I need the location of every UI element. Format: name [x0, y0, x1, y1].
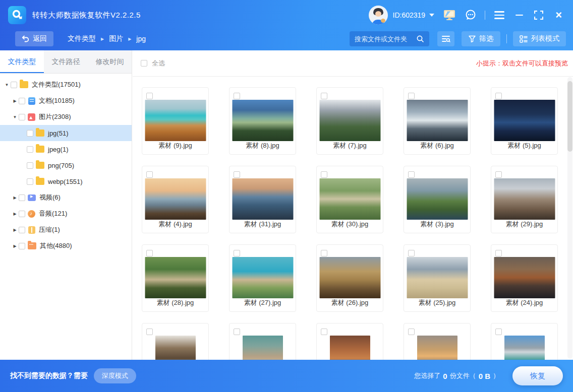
file-thumbnail[interactable] — [243, 336, 283, 360]
file-checkbox[interactable] — [495, 93, 502, 99]
file-thumbnail[interactable] — [417, 336, 457, 360]
tree-checkbox[interactable] — [19, 227, 25, 233]
tree-item[interactable]: webp(1551) — [0, 173, 132, 189]
avatar[interactable] — [369, 6, 388, 25]
close-icon[interactable]: × — [555, 10, 562, 20]
file-thumbnail[interactable] — [319, 100, 380, 141]
file-thumbnail[interactable] — [494, 178, 555, 220]
tree-checkbox[interactable] — [27, 178, 33, 185]
file-card[interactable] — [142, 323, 209, 360]
file-thumbnail[interactable] — [407, 100, 468, 141]
tree-item[interactable]: ▶ 文档(10185) — [0, 93, 132, 109]
file-card[interactable]: 素材 (24).jpg — [491, 244, 558, 312]
file-checkbox[interactable] — [495, 171, 502, 178]
scrollbar-thumb[interactable] — [567, 81, 572, 152]
caret-icon[interactable]: ▼ — [11, 115, 19, 119]
file-thumbnail[interactable] — [145, 257, 206, 298]
file-thumbnail[interactable] — [319, 257, 380, 298]
file-checkbox[interactable] — [408, 93, 415, 99]
tree-checkbox[interactable] — [27, 146, 33, 153]
tree-item[interactable]: jpeg(1) — [0, 141, 132, 157]
file-thumbnail[interactable] — [145, 100, 206, 141]
customer-service-icon[interactable] — [465, 9, 477, 21]
tree-item[interactable]: png(705) — [0, 157, 132, 173]
sidebar-tab[interactable]: 修改时间 — [88, 50, 132, 73]
select-all-checkbox[interactable] — [141, 60, 147, 67]
file-card[interactable]: 素材 (4).jpg — [142, 166, 209, 233]
file-card[interactable]: 素材 (7).jpg — [316, 87, 383, 155]
file-checkbox[interactable] — [234, 329, 240, 335]
search-box[interactable] — [350, 31, 429, 46]
file-thumbnail[interactable] — [407, 257, 468, 298]
menu-icon[interactable] — [494, 11, 504, 19]
tree-checkbox[interactable] — [19, 194, 25, 201]
caret-icon[interactable]: ▶ — [11, 99, 19, 103]
tree-checkbox[interactable] — [19, 98, 25, 104]
caret-icon[interactable]: ▶ — [11, 212, 19, 216]
content-search-button[interactable] — [437, 31, 454, 46]
file-checkbox[interactable] — [321, 250, 327, 256]
caret-icon[interactable]: ▼ — [3, 83, 11, 87]
file-thumbnail[interactable] — [232, 100, 293, 141]
caret-icon[interactable]: ▶ — [11, 244, 19, 248]
deep-mode-button[interactable]: 深度模式 — [94, 368, 136, 383]
breadcrumb-item[interactable]: jpg — [136, 35, 146, 43]
file-card[interactable]: 素材 (3).jpg — [404, 166, 471, 233]
file-thumbnail[interactable] — [319, 178, 380, 220]
tree-item[interactable]: ▶ 其他(4880) — [0, 238, 132, 254]
file-checkbox[interactable] — [408, 171, 415, 178]
tree-checkbox[interactable] — [11, 82, 17, 88]
caret-icon[interactable]: ▶ — [11, 195, 19, 200]
caret-icon[interactable]: ▶ — [11, 228, 19, 232]
file-thumbnail[interactable] — [330, 336, 370, 360]
file-checkbox[interactable] — [146, 250, 153, 256]
tree-checkbox[interactable] — [19, 114, 25, 120]
file-thumbnail[interactable] — [232, 178, 293, 220]
tree-item[interactable]: ▶ 压缩(1) — [0, 222, 132, 238]
file-checkbox[interactable] — [495, 250, 502, 256]
tree-checkbox[interactable] — [27, 130, 33, 137]
file-thumbnail[interactable] — [504, 336, 545, 360]
list-mode-button[interactable]: 列表模式 — [513, 31, 566, 46]
file-thumbnail[interactable] — [407, 178, 468, 220]
file-checkbox[interactable] — [321, 329, 327, 335]
sidebar-tab[interactable]: 文件类型 — [0, 50, 44, 73]
file-thumbnail[interactable] — [494, 100, 555, 141]
minimize-icon[interactable] — [515, 15, 523, 16]
file-thumbnail[interactable] — [494, 257, 555, 298]
sidebar-tab[interactable]: 文件路径 — [44, 50, 88, 73]
file-card[interactable]: 素材 (5).jpg — [491, 87, 558, 155]
scrollbar-track[interactable] — [567, 77, 572, 359]
file-checkbox[interactable] — [408, 250, 415, 256]
file-checkbox[interactable] — [495, 329, 502, 335]
file-card[interactable] — [229, 323, 296, 360]
file-card[interactable]: 素材 (26).jpg — [316, 244, 383, 312]
tree-checkbox[interactable] — [27, 162, 33, 169]
file-checkbox[interactable] — [234, 93, 240, 99]
tree-item[interactable]: ▶ 音频(121) — [0, 206, 132, 222]
search-input[interactable] — [355, 35, 416, 43]
file-card[interactable]: 素材 (30).jpg — [316, 166, 383, 233]
maximize-icon[interactable] — [534, 11, 543, 20]
tree-item[interactable]: ▶ 视频(6) — [0, 189, 132, 206]
file-checkbox[interactable] — [146, 171, 153, 178]
file-card[interactable] — [491, 323, 558, 360]
tree-item[interactable]: jpg(51) — [0, 125, 132, 141]
filter-button[interactable]: 筛选 — [462, 31, 500, 46]
file-checkbox[interactable] — [234, 250, 240, 256]
tree-checkbox[interactable] — [19, 211, 25, 217]
file-checkbox[interactable] — [321, 93, 327, 99]
chevron-down-icon[interactable] — [429, 14, 434, 17]
breadcrumb-item[interactable]: 图片 — [109, 34, 123, 43]
file-card[interactable]: 素材 (27).jpg — [229, 244, 296, 312]
tree-item[interactable]: ▼ 图片(2308) — [0, 109, 132, 125]
file-checkbox[interactable] — [408, 329, 415, 335]
tree-checkbox[interactable] — [19, 243, 25, 249]
file-card[interactable]: 素材 (8).jpg — [229, 87, 296, 155]
file-thumbnail[interactable] — [155, 336, 196, 360]
file-card[interactable] — [404, 323, 471, 360]
file-thumbnail[interactable] — [145, 178, 206, 220]
file-card[interactable]: 素材 (25).jpg — [404, 244, 471, 312]
breadcrumb-item[interactable]: 文件类型 — [68, 34, 96, 43]
file-card[interactable]: 素材 (6).jpg — [404, 87, 471, 155]
